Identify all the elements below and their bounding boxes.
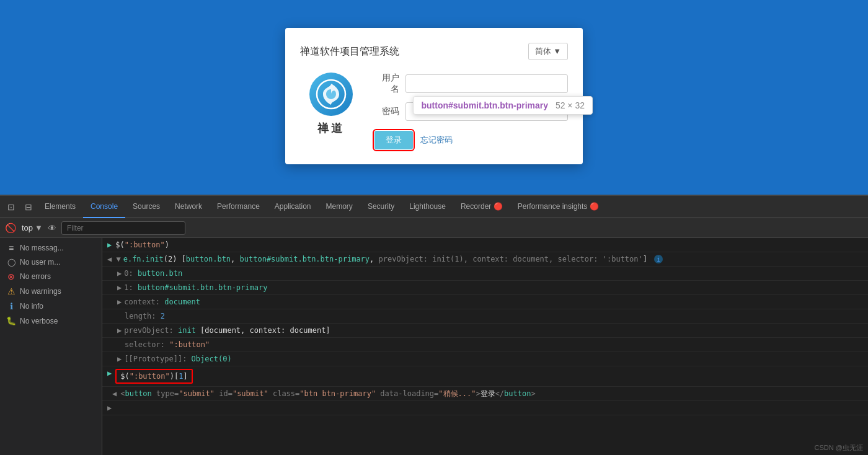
expand-arrow-7[interactable]: ▶ [117,325,122,336]
console-line-8: selector: ":button" [102,338,868,352]
password-label: 密码 [374,106,399,117]
modal-logo: 禅道 [300,73,362,149]
devtools-device-icon[interactable]: ⊟ [20,198,37,216]
console-output-8: selector: ":button" [125,339,863,350]
tab-performance-insights[interactable]: Performance insights 🔴 [510,196,606,218]
console-line-7: ▶ prevObject: init [document, context: d… [102,324,868,338]
username-input[interactable] [405,74,568,93]
highlighted-command: $(":button")[1] [115,369,192,384]
console-line-html: ◀ <button type="submit" id="submit" clas… [102,387,868,401]
errors-label: No errors [20,272,51,281]
modal-form: 用户名 密码 button#submit.btn.btn-primary 52 … [374,73,568,149]
password-row: 密码 button#submit.btn.btn-primary 52 × 32 [374,102,568,121]
console-output-3: 0: button.btn [124,268,863,279]
console-line-5: ▶ context: document [102,295,868,309]
modal-header: 禅道软件项目管理系统 简体 ▼ [300,43,568,60]
tab-sources[interactable]: Sources [125,196,167,218]
prompt-1: ▶ [107,239,112,250]
prompt-highlighted: ▶ [107,368,112,379]
console-line-last: ▶ [102,401,868,415]
login-button[interactable]: 登录 [374,131,413,149]
modal-body: 禅道 用户名 密码 button#submit.btn.btn-primary … [300,73,568,149]
console-line-3: ▶ 0: button.btn [102,267,868,281]
watermark: CSDN @虫无涯 [815,443,863,453]
devtools-inspect-icon[interactable]: ⊡ [2,198,20,216]
info-label: No info [20,302,43,311]
warnings-icon: ⚠ [6,286,16,296]
html-output: <button type="submit" id="submit" class=… [120,388,863,399]
console-line-2: ◀ ▼ e.fn.init(2) [button.btn, button#sub… [102,252,868,267]
console-line-6: length: 2 [102,309,868,324]
console-output-2: e.fn.init(2) [button.btn, button#submit.… [123,254,863,265]
console-output-9: [[Prototype]]: Object(0) [124,353,863,364]
expand-arrow-9[interactable]: ▶ [117,353,122,364]
sidebar-item-user-messages[interactable]: ◯ No user m... [0,255,102,269]
devtools-panel: ⊡ ⊟ Elements Console Sources Network Per… [0,195,868,455]
expand-arrow-5[interactable]: ▶ [117,296,122,307]
all-messages-icon: ≡ [6,243,16,253]
tooltip-size: 52 × 32 [556,100,585,110]
expand-arrow-3[interactable]: ▶ [117,268,122,279]
console-input-1: $(":button") [115,239,863,250]
expand-arrow-2[interactable]: ◀ ▼ [107,254,121,265]
tab-recorder[interactable]: Recorder 🔴 [453,196,510,218]
console-output-6: length: 2 [125,311,863,322]
highlighted-input: $(":button")[1] [115,368,863,385]
console-output-5: context: document [124,296,863,307]
console-output-4: 1: button#submit.btn.btn-primary [124,282,863,293]
form-actions: 登录 忘记密码 [374,131,568,149]
username-row: 用户名 [374,73,568,95]
logo-text: 禅道 [317,121,345,136]
console-line-4: ▶ 1: button#submit.btn.btn-primary [102,281,868,295]
console-line-9: ▶ [[Prototype]]: Object(0) [102,352,868,366]
element-tooltip: button#submit.btn.btn-primary 52 × 32 [413,96,593,115]
logo-icon [309,73,353,116]
info-badge: i [654,255,663,263]
browser-page: 禅道软件项目管理系统 简体 ▼ 禅道 用户名 [0,0,868,192]
devtools-toolbar: 🚫 top ▼ 👁 [0,218,868,238]
eye-icon[interactable]: 👁 [48,223,56,233]
tab-network[interactable]: Network [167,196,210,218]
context-label: top [22,223,33,232]
tab-lighthouse[interactable]: Lighthouse [402,196,453,218]
info-icon: ℹ [6,301,16,311]
tab-performance[interactable]: Performance [210,196,267,218]
tab-application[interactable]: Application [267,196,319,218]
tab-console[interactable]: Console [83,196,125,218]
verbose-icon: 🐛 [6,316,16,325]
console-line-highlighted: ▶ $(":button")[1] [102,366,868,387]
sidebar-item-all-messages[interactable]: ≡ No messag... [0,241,102,255]
tab-memory[interactable]: Memory [319,196,360,218]
devtools-content: ≡ No messag... ◯ No user m... ⊗ No error… [0,238,868,455]
username-label: 用户名 [374,73,399,95]
login-modal: 禅道软件项目管理系统 简体 ▼ 禅道 用户名 [285,28,583,164]
devtools-tabs: ⊡ ⊟ Elements Console Sources Network Per… [0,196,868,218]
user-messages-label: No user m... [20,258,60,267]
tab-elements[interactable]: Elements [37,196,83,218]
modal-title: 禅道软件项目管理系统 [300,45,399,58]
console-filter-toggle[interactable]: top ▼ [22,223,43,232]
warnings-label: No warnings [20,287,61,296]
clear-console-button[interactable]: 🚫 [5,223,17,234]
last-prompt-icon: ▶ [107,402,112,413]
forgot-password-link[interactable]: 忘记密码 [420,135,453,146]
user-messages-icon: ◯ [6,258,16,267]
sidebar-item-warnings[interactable]: ⚠ No warnings [0,284,102,299]
console-output[interactable]: ▶ $(":button") ◀ ▼ e.fn.init(2) [button.… [102,238,868,455]
lang-button[interactable]: 简体 ▼ [528,43,568,60]
verbose-label: No verbose [20,317,58,325]
all-messages-label: No messag... [20,244,64,252]
context-dropdown-icon: ▼ [35,223,43,232]
tab-security[interactable]: Security [360,196,402,218]
expand-arrow-4[interactable]: ▶ [117,282,122,293]
html-output-arrow: ◀ [112,388,117,399]
tooltip-text: button#submit.btn.btn-primary [421,100,548,110]
sidebar-item-verbose[interactable]: 🐛 No verbose [0,314,102,328]
sidebar-item-errors[interactable]: ⊗ No errors [0,269,102,284]
console-line-1: ▶ $(":button") [102,238,868,252]
sidebar-item-info[interactable]: ℹ No info [0,299,102,314]
errors-icon: ⊗ [6,272,16,281]
filter-input[interactable] [61,221,185,235]
devtools-sidebar: ≡ No messag... ◯ No user m... ⊗ No error… [0,238,102,455]
console-output-7: prevObject: init [document, context: doc… [124,325,863,336]
